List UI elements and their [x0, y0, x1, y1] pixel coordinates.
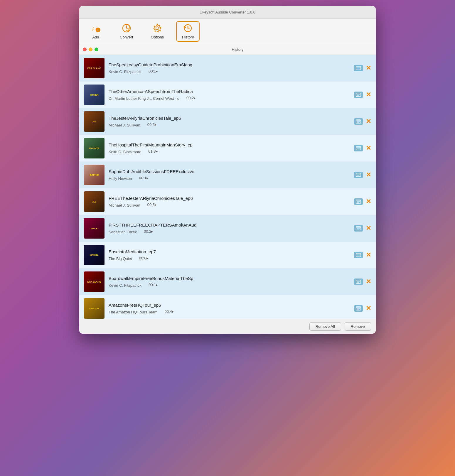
maximize-button[interactable]: [95, 48, 98, 51]
main-window: Ukeysoft Audible Converter 1.0.0 ♪ + Add: [79, 6, 376, 334]
item-author: Kevin C. Fitzpatrick: [109, 283, 141, 288]
delete-button[interactable]: ✕: [366, 118, 371, 125]
item-info: TheOtherAmerica-ASpeechfromTheRadica Dr.…: [109, 89, 350, 101]
item-actions: ✕: [354, 92, 371, 98]
toolbar: ♪ + Add Convert: [79, 19, 376, 44]
add-icon: ♪ +: [91, 23, 100, 34]
item-thumbnail: ERA SLANG: [84, 58, 105, 78]
list-item: MEDITA EaseintoMeditation_ep7 The Big Qu…: [79, 242, 376, 269]
history-list: ERA SLANG TheSpeakeasyGuidetoProhibition…: [79, 55, 376, 319]
item-thumbnail: JĒS: [84, 191, 105, 212]
item-info: AmazonsFreeHQTour_ep6 The Amazon HQ Tour…: [109, 303, 350, 314]
thumb-text: ERA SLANG: [86, 279, 102, 284]
svg-point-4: [156, 27, 159, 30]
item-info: TheSpeakeasyGuidetoProhibitionEraSlang K…: [109, 62, 350, 74]
list-item: AMAZON AmazonsFreeHQTour_ep6 The Amazon …: [79, 295, 376, 319]
item-actions: ✕: [354, 252, 371, 258]
options-icon: [153, 23, 162, 34]
view-button[interactable]: [354, 118, 363, 125]
delete-button[interactable]: ✕: [366, 252, 371, 258]
remove-all-button[interactable]: Remove All: [309, 322, 341, 331]
item-title: EaseintoMeditation_ep7: [109, 249, 350, 254]
toolbar-convert[interactable]: Convert: [114, 21, 139, 42]
item-title: TheJesterARiyriaChroniclesTale_ep6: [109, 116, 350, 121]
item-duration: 00:2▸: [144, 229, 159, 234]
item-info: TheHospitalTheFirstMountainManStory_ep K…: [109, 142, 350, 154]
list-item: ERA SLANG BoardwalkEmpireFreeBonusMateri…: [79, 269, 376, 295]
item-actions: ✕: [354, 198, 371, 205]
delete-button[interactable]: ✕: [366, 92, 371, 98]
view-button[interactable]: [354, 172, 363, 178]
list-item: SOPHIE SophieDahlAudibleSessionsFREEExcl…: [79, 162, 376, 188]
item-author: The Amazon HQ Tours Team: [109, 310, 157, 314]
item-actions: ✕: [354, 305, 371, 312]
item-thumbnail: AMOK: [84, 218, 105, 239]
traffic-lights: [83, 48, 98, 51]
item-thumbnail: MOUNTA: [84, 138, 105, 158]
toolbar-options[interactable]: Options: [146, 21, 169, 42]
view-button[interactable]: [354, 278, 363, 285]
item-title: FIRSTTHREEFREECHAPTERSAmokAnAudi: [109, 222, 350, 227]
toolbar-history-label: History: [182, 35, 194, 39]
item-duration: 00:5▸: [147, 122, 162, 127]
close-button[interactable]: [83, 48, 87, 51]
remove-button[interactable]: Remove: [345, 322, 371, 331]
item-title: TheSpeakeasyGuidetoProhibitionEraSlang: [109, 62, 350, 67]
toolbar-history[interactable]: History: [176, 21, 200, 42]
item-duration: 01:3▸: [148, 149, 163, 153]
chrome-bar: History: [79, 44, 376, 55]
delete-button[interactable]: ✕: [366, 305, 371, 312]
thumb-text: JĒS: [91, 119, 97, 124]
item-actions: ✕: [354, 118, 371, 125]
history-icon: [183, 23, 193, 34]
item-info: TheJesterARiyriaChroniclesTale_ep6 Micha…: [109, 116, 350, 127]
svg-text:+: +: [97, 28, 99, 32]
delete-button[interactable]: ✕: [366, 172, 371, 178]
item-title: TheOtherAmerica-ASpeechfromTheRadica: [109, 89, 350, 94]
item-thumbnail: AMAZON: [84, 298, 105, 319]
item-title: SophieDahlAudibleSessionsFREEExclusive: [109, 169, 350, 174]
item-thumbnail: SOPHIE: [84, 165, 105, 185]
item-author: Sebastian Fitzek: [109, 230, 137, 234]
thumb-text: MOUNTA: [88, 146, 101, 151]
item-duration: 00:1▸: [149, 283, 163, 287]
item-title: BoardwalkEmpireFreeBonusMaterialTheSp: [109, 276, 350, 281]
item-info: FREETheJesterARiyriaChroniclesTale_ep6 M…: [109, 196, 350, 207]
toolbar-convert-label: Convert: [120, 35, 133, 39]
view-button[interactable]: [354, 252, 363, 258]
minimize-button[interactable]: [89, 48, 92, 51]
view-button[interactable]: [354, 305, 363, 312]
list-item: JĒS TheJesterARiyriaChroniclesTale_ep6 M…: [79, 108, 376, 135]
item-title: TheHospitalTheFirstMountainManStory_ep: [109, 142, 350, 147]
delete-button[interactable]: ✕: [366, 225, 371, 232]
thumb-text: JĒS: [91, 199, 97, 204]
delete-button[interactable]: ✕: [366, 278, 371, 285]
view-button[interactable]: [354, 198, 363, 205]
item-duration: 00:5▸: [147, 202, 162, 207]
view-button[interactable]: [354, 225, 363, 232]
thumb-text: AMOK: [90, 226, 99, 231]
toolbar-add[interactable]: ♪ + Add: [84, 21, 107, 42]
item-duration: 00:1▸: [149, 69, 163, 73]
list-item: JĒS FREETheJesterARiyriaChroniclesTale_e…: [79, 188, 376, 215]
view-button[interactable]: [354, 145, 363, 151]
thumb-text: MEDITA: [89, 253, 100, 258]
item-author: Michael J. Sullivan: [109, 123, 140, 127]
convert-icon: [122, 23, 131, 34]
delete-button[interactable]: ✕: [366, 65, 371, 71]
view-button[interactable]: [354, 65, 363, 71]
item-thumbnail: ERA SLANG: [84, 271, 105, 292]
view-button[interactable]: [354, 92, 363, 98]
item-author: Dr. Martin Luther King Jr., Cornel West …: [109, 96, 179, 101]
item-duration: 00:0▸: [139, 256, 154, 260]
toolbar-add-label: Add: [92, 35, 99, 39]
thumb-text: AMAZON: [88, 306, 100, 311]
delete-button[interactable]: ✕: [366, 198, 371, 205]
item-author: Michael J. Sullivan: [109, 203, 140, 207]
item-actions: ✕: [354, 145, 371, 151]
title-bar: Ukeysoft Audible Converter 1.0.0: [79, 6, 376, 19]
title-bar-title: Ukeysoft Audible Converter 1.0.0: [200, 10, 255, 14]
delete-button[interactable]: ✕: [366, 145, 371, 151]
item-actions: ✕: [354, 172, 371, 178]
item-info: FIRSTTHREEFREECHAPTERSAmokAnAudi Sebasti…: [109, 222, 350, 234]
